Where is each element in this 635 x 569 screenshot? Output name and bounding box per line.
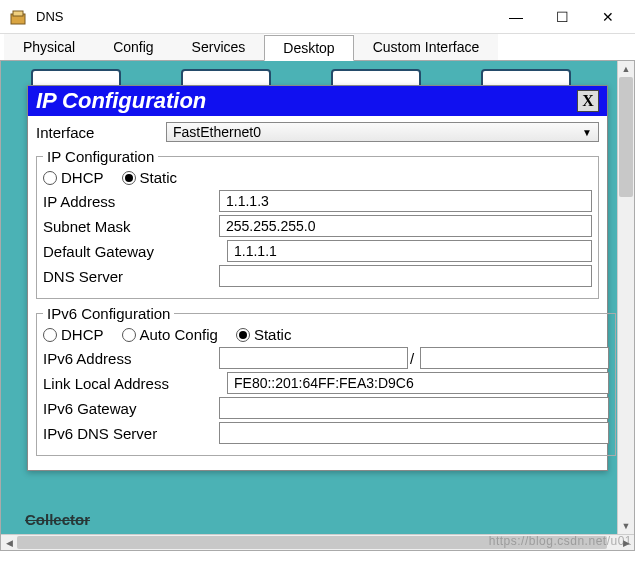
ipv4-fieldset: IP Configuration DHCP Static IP Address	[36, 148, 599, 299]
scroll-down-icon[interactable]: ▼	[618, 518, 634, 534]
interface-select[interactable]: FastEthernet0 ▼	[166, 122, 599, 142]
dns-server-input[interactable]	[219, 265, 592, 287]
ipv6-gateway-input[interactable]	[219, 397, 609, 419]
ipv6-prefix-input[interactable]	[420, 347, 609, 369]
window-titlebar: DNS — ☐ ✕	[0, 0, 635, 34]
radio-label: Static	[254, 326, 292, 343]
ip-address-label: IP Address	[43, 193, 219, 210]
modal-titlebar: IP Configuration X	[28, 86, 607, 116]
ipv4-static-radio[interactable]: Static	[122, 169, 178, 186]
default-gateway-label: Default Gateway	[43, 243, 219, 260]
radio-label: DHCP	[61, 169, 104, 186]
tab-desktop[interactable]: Desktop	[264, 35, 353, 61]
ipv6-fieldset: IPv6 Configuration DHCP Auto Config Stat…	[36, 305, 616, 456]
tab-physical[interactable]: Physical	[4, 34, 94, 60]
app-icon	[10, 8, 28, 26]
ipv4-legend: IP Configuration	[43, 148, 158, 165]
tab-services[interactable]: Services	[173, 34, 265, 60]
ipv6-address-input[interactable]	[219, 347, 408, 369]
radio-icon	[236, 328, 250, 342]
subnet-mask-input[interactable]	[219, 215, 592, 237]
ipv6-dns-label: IPv6 DNS Server	[43, 425, 219, 442]
radio-label: Auto Config	[140, 326, 218, 343]
radio-icon	[122, 171, 136, 185]
close-button[interactable]: ✕	[585, 1, 631, 33]
ipv6-address-label: IPv6 Address	[43, 350, 219, 367]
desktop-canvas: IP Configuration X Interface FastEtherne…	[0, 61, 635, 551]
dropdown-arrow-icon: ▼	[582, 127, 592, 138]
ipv6-static-radio[interactable]: Static	[236, 326, 292, 343]
interface-label: Interface	[36, 124, 166, 141]
subnet-mask-label: Subnet Mask	[43, 218, 219, 235]
radio-icon	[43, 328, 57, 342]
watermark-text: https://blog.csdn.net/u01	[489, 534, 632, 548]
minimize-button[interactable]: —	[493, 1, 539, 33]
svg-rect-1	[13, 11, 23, 16]
tab-config[interactable]: Config	[94, 34, 172, 60]
modal-title-text: IP Configuration	[36, 88, 577, 114]
ip-address-input[interactable]	[219, 190, 592, 212]
ipv6-auto-radio[interactable]: Auto Config	[122, 326, 218, 343]
dns-server-label: DNS Server	[43, 268, 219, 285]
radio-icon	[122, 328, 136, 342]
radio-icon	[43, 171, 57, 185]
link-local-label: Link Local Address	[43, 375, 219, 392]
prefix-slash: /	[408, 350, 416, 367]
ipv6-dns-input[interactable]	[219, 422, 609, 444]
modal-close-button[interactable]: X	[577, 90, 599, 112]
ipv4-dhcp-radio[interactable]: DHCP	[43, 169, 104, 186]
ip-config-window: IP Configuration X Interface FastEtherne…	[27, 85, 608, 471]
main-tabs: Physical Config Services Desktop Custom …	[0, 34, 635, 61]
tab-custom-interface[interactable]: Custom Interface	[354, 34, 499, 60]
radio-label: Static	[140, 169, 178, 186]
scroll-thumb[interactable]	[619, 77, 633, 197]
window-title: DNS	[36, 9, 63, 24]
ipv6-gateway-label: IPv6 Gateway	[43, 400, 219, 417]
interface-value: FastEthernet0	[173, 124, 261, 140]
link-local-input[interactable]	[227, 372, 609, 394]
vertical-scrollbar[interactable]: ▲ ▼	[617, 61, 634, 534]
radio-label: DHCP	[61, 326, 104, 343]
maximize-button[interactable]: ☐	[539, 1, 585, 33]
scroll-up-icon[interactable]: ▲	[618, 61, 634, 77]
bg-tile-label: Collector	[25, 511, 90, 528]
ipv6-dhcp-radio[interactable]: DHCP	[43, 326, 104, 343]
default-gateway-input[interactable]	[227, 240, 592, 262]
scroll-left-icon[interactable]: ◀	[1, 535, 17, 551]
ipv6-legend: IPv6 Configuration	[43, 305, 174, 322]
